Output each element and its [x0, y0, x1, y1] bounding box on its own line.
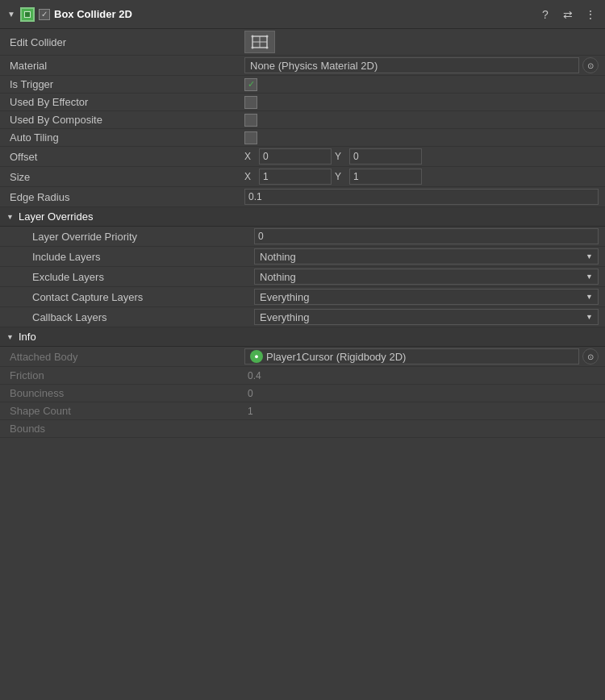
layer-overrides-section[interactable]: ▼ Layer Overrides: [0, 207, 605, 227]
material-dropdown[interactable]: None (Physics Material 2D): [244, 57, 579, 73]
more-button[interactable]: ⋮: [582, 6, 599, 23]
layer-priority-row: Layer Override Priority: [0, 227, 605, 247]
exclude-layers-dropdown[interactable]: Nothing ▼: [254, 269, 599, 285]
offset-row: Offset X Y: [0, 147, 605, 167]
contact-capture-row: Contact Capture Layers Everything ▼: [0, 287, 605, 307]
attached-body-value-text: Player1Cursor (Rigidbody 2D): [266, 351, 406, 363]
edit-collider-icon: [250, 34, 269, 50]
attached-body-row: Attached Body ● Player1Cursor (Rigidbody…: [0, 347, 605, 367]
component-body: Edit Collider Material: [0, 29, 605, 438]
shape-count-value-field: 1: [244, 406, 599, 417]
svg-point-3: [252, 35, 254, 38]
attached-body-dropdown[interactable]: ● Player1Cursor (Rigidbody 2D): [244, 348, 579, 365]
offset-label: Offset: [6, 151, 244, 163]
component-icon: [20, 7, 35, 22]
exclude-layers-value: Nothing: [260, 271, 296, 283]
contact-capture-arrow: ▼: [586, 293, 593, 301]
include-layers-value-field: Nothing ▼: [254, 248, 599, 265]
used-by-composite-label: Used By Composite: [6, 114, 244, 126]
component-enabled-checkbox[interactable]: [39, 9, 50, 20]
shape-count-value: 1: [244, 406, 257, 417]
is-trigger-row: Is Trigger: [0, 76, 605, 94]
info-arrow: ▼: [6, 333, 14, 341]
used-by-effector-row: Used By Effector: [0, 94, 605, 111]
auto-tiling-row: Auto Tiling: [0, 129, 605, 147]
attached-body-value-field: ● Player1Cursor (Rigidbody 2D) ⊙: [244, 348, 599, 365]
include-layers-arrow: ▼: [586, 252, 593, 260]
help-button[interactable]: ?: [537, 6, 553, 23]
attached-body-icon: ●: [250, 350, 263, 363]
used-by-effector-checkbox[interactable]: [244, 96, 257, 109]
bounciness-value: 0: [244, 388, 257, 399]
offset-y-input[interactable]: [349, 148, 422, 165]
is-trigger-label: Is Trigger: [6, 78, 244, 90]
bounciness-label: Bounciness: [6, 387, 244, 399]
shape-count-row: Shape Count 1: [0, 402, 605, 420]
exclude-layers-label: Exclude Layers: [16, 271, 254, 283]
bounciness-value-field: 0: [244, 388, 599, 399]
header-actions: ? ⇄ ⋮: [537, 6, 599, 23]
include-layers-dropdown[interactable]: Nothing ▼: [254, 248, 599, 265]
material-row: Material None (Physics Material 2D) ⊙: [0, 56, 605, 76]
callback-layers-label: Callback Layers: [16, 311, 254, 323]
size-y-label: Y: [335, 171, 346, 182]
size-y-input[interactable]: [349, 169, 422, 185]
attached-body-content: ● Player1Cursor (Rigidbody 2D): [250, 350, 406, 363]
edit-collider-label: Edit Collider: [6, 36, 244, 48]
layer-overrides-arrow: ▼: [6, 213, 14, 221]
contact-capture-label: Contact Capture Layers: [16, 291, 254, 303]
attached-body-label: Attached Body: [6, 351, 244, 363]
callback-layers-value: Everything: [260, 311, 309, 323]
attached-body-target-button[interactable]: ⊙: [582, 348, 599, 365]
edge-radius-input[interactable]: [244, 189, 599, 205]
callback-layers-dropdown[interactable]: Everything ▼: [254, 309, 599, 325]
shape-count-label: Shape Count: [6, 405, 244, 417]
size-x-label: X: [244, 171, 256, 182]
used-by-composite-checkbox[interactable]: [244, 114, 257, 127]
svg-point-4: [266, 35, 269, 38]
info-title: Info: [19, 331, 36, 343]
info-section[interactable]: ▼ Info: [0, 327, 605, 347]
used-by-composite-value: [244, 114, 599, 127]
header-left: ▼ Box Collider 2D: [6, 7, 532, 22]
exclude-layers-value-field: Nothing ▼: [254, 269, 599, 285]
used-by-composite-row: Used By Composite: [0, 111, 605, 129]
used-by-effector-label: Used By Effector: [6, 96, 244, 108]
auto-tiling-checkbox[interactable]: [244, 131, 257, 144]
exclude-layers-arrow: ▼: [586, 273, 593, 281]
material-target-button[interactable]: ⊙: [582, 57, 599, 73]
edge-radius-value-field: [244, 189, 599, 205]
edit-collider-row: Edit Collider: [0, 29, 605, 56]
box-collider-2d-panel: ▼ Box Collider 2D ? ⇄ ⋮ Edit Collider: [0, 0, 605, 438]
bounciness-row: Bounciness 0: [0, 385, 605, 402]
size-label: Size: [6, 171, 244, 183]
bounds-label: Bounds: [6, 423, 244, 435]
offset-xy-fields: X Y: [244, 148, 599, 165]
size-row: Size X Y: [0, 167, 605, 187]
contact-capture-dropdown[interactable]: Everything ▼: [254, 289, 599, 305]
edit-collider-button[interactable]: [244, 31, 275, 53]
size-x-input[interactable]: [259, 169, 332, 185]
contact-capture-value: Everything: [260, 291, 309, 303]
collapse-arrow[interactable]: ▼: [6, 10, 16, 19]
offset-y-label: Y: [335, 151, 346, 162]
layer-priority-input[interactable]: [254, 228, 599, 244]
friction-label: Friction: [6, 369, 244, 381]
component-header: ▼ Box Collider 2D ? ⇄ ⋮: [0, 0, 605, 29]
is-trigger-value: [244, 78, 599, 91]
friction-value-field: 0.4: [244, 370, 599, 381]
settings-button[interactable]: ⇄: [560, 6, 576, 23]
is-trigger-checkbox[interactable]: [244, 78, 257, 91]
auto-tiling-value: [244, 131, 599, 144]
edge-radius-label: Edge Radius: [6, 191, 244, 203]
callback-layers-value-field: Everything ▼: [254, 309, 599, 325]
material-dropdown-value: None (Physics Material 2D): [250, 60, 378, 72]
bounds-row: Bounds: [0, 420, 605, 438]
edit-collider-value: [244, 31, 599, 53]
size-xy-fields: X Y: [244, 169, 599, 185]
callback-layers-arrow: ▼: [586, 313, 593, 321]
offset-x-input[interactable]: [259, 148, 332, 165]
layer-priority-value-field: [254, 228, 599, 244]
used-by-effector-value: [244, 96, 599, 109]
contact-capture-value-field: Everything ▼: [254, 289, 599, 305]
